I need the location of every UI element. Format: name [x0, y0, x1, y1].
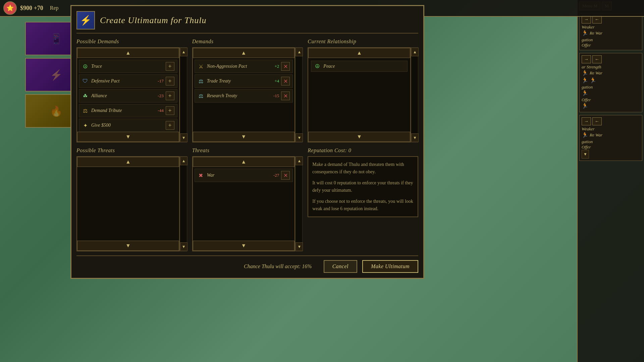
add-demand-btn-4[interactable]: + [166, 121, 174, 130]
ultimatum-dialog: ⚡ Create Ultimatum for Thulu Possible De… [70, 5, 424, 279]
possible-demand-item[interactable]: ☘ Alliance -23 + [79, 89, 177, 103]
demands-track-up[interactable]: ▲ [296, 48, 303, 56]
right-panel: Menu M M → ← Weaker 🏃 Re War gation Offe… [577, 0, 644, 362]
demands-box: ▲ ⚔ Non-Aggression Pact +2 ✕ ⚖ Trade Tre… [192, 47, 296, 142]
arrow-left-btn-ws[interactable]: ← [592, 55, 602, 63]
dialog-footer: Chance Thulu will accept: 16% Cancel Mak… [76, 255, 418, 273]
threat-item[interactable]: ✖ War -27 ✕ [195, 169, 293, 182]
add-demand-btn-1[interactable]: + [166, 77, 174, 85]
arrow-left-btn-2[interactable]: ← [592, 117, 602, 125]
demand-item[interactable]: ⚖ Research Treaty -15 ✕ [195, 89, 293, 103]
current-rel-scroll-up[interactable]: ▲ [308, 48, 410, 58]
remove-demand-btn-0[interactable]: ✕ [281, 62, 290, 71]
re-war-label-1: Re War [590, 31, 602, 36]
weaker-label-2: Weaker [582, 126, 640, 132]
icon-ws3-1: 🏃 [582, 103, 588, 109]
current-rel-item: ☮ Peace [311, 61, 408, 72]
gation-label-2: gation [582, 139, 640, 144]
possible-demands-title: Possible Demands [76, 39, 187, 45]
current-rel-section: Current Relationship ▲ ☮ Peace ▼ ▲ ▼ [308, 39, 418, 142]
remove-threat-btn-0[interactable]: ✕ [281, 171, 290, 180]
possible-demand-item[interactable]: ⚖ Demand Tribute -44 + [79, 104, 177, 117]
rp-section-1: → ← Weaker 🏃 Re War gation Offer [579, 13, 642, 50]
arrow-right-btn-2[interactable]: → [582, 117, 591, 125]
demands-section: Demands ▲ ⚔ Non-Aggression Pact +2 ✕ ⚖ T… [192, 39, 303, 142]
current-rel-box: ▲ ☮ Peace ▼ [308, 47, 411, 142]
threats-scroll-up[interactable]: ▲ [193, 157, 295, 167]
possible-demands-track-down[interactable]: ▼ [180, 133, 187, 142]
add-demand-btn-2[interactable]: + [166, 92, 174, 100]
possible-demands-scroll-down[interactable]: ▼ [77, 132, 179, 142]
money-display: $900 +70 [20, 5, 43, 12]
current-rel-track-up[interactable]: ▲ [411, 48, 419, 56]
demand-item[interactable]: ⚔ Non-Aggression Pact +2 ✕ [195, 60, 293, 73]
current-rel-track-down[interactable]: ▼ [411, 133, 419, 142]
rewar-icon-1: 🏃 [582, 30, 588, 36]
reputation-box: Make a demand of Thulu and threaten them… [308, 156, 418, 217]
demands-scroll-down[interactable]: ▼ [193, 132, 295, 142]
possible-demands-track-up[interactable]: ▲ [180, 48, 187, 56]
remove-demand-btn-2[interactable]: ✕ [281, 92, 290, 100]
current-rel-scroll-track: ▲ ▼ [411, 47, 418, 142]
reputation-title: Reputation Cost: 0 [308, 147, 418, 154]
dialog-header: ⚡ Create Ultimatum for Thulu [76, 11, 418, 34]
rewar-icon-ws: 🏃 [582, 70, 588, 76]
right-panel-scroll-down[interactable]: ▼ [582, 150, 589, 159]
icon-ws-2: 🏃 [590, 77, 596, 83]
possible-threats-scroll-up[interactable]: ▲ [77, 157, 179, 167]
rp-section-2: → ← Weaker 🏃 Re War gation Offer ▼ [579, 115, 642, 161]
re-war-label-ws: Re War [590, 70, 602, 76]
add-demand-btn-0[interactable]: + [166, 62, 174, 71]
rep-desc2: It will cost 0 reputation to enforce you… [312, 179, 414, 194]
rep-display: Rep [50, 5, 59, 11]
weaker-label-1: Weaker [582, 24, 640, 30]
demands-scroll-up[interactable]: ▲ [193, 48, 295, 58]
threats-track-down[interactable]: ▼ [296, 242, 303, 251]
cancel-button[interactable]: Cancel [324, 260, 357, 273]
possible-demand-item[interactable]: ✦ Give $500 + [79, 119, 177, 132]
possible-threats-title: Possible Threats [76, 147, 187, 154]
possible-demands-scroll-up[interactable]: ▲ [77, 48, 179, 58]
possible-threats-panel: ▲ ▼ ▲ ▼ [76, 156, 187, 251]
remove-demand-btn-1[interactable]: ✕ [281, 77, 290, 85]
left-faction-panel: 📱 ⚡ 🔥 [0, 18, 67, 130]
threats-track-up[interactable]: ▲ [296, 157, 303, 165]
threats-scroll-down[interactable]: ▼ [193, 241, 295, 251]
possible-demand-item[interactable]: ☮ Truce + [79, 60, 177, 73]
demands-panel: ▲ ⚔ Non-Aggression Pact +2 ✕ ⚖ Trade Tre… [192, 47, 303, 142]
rp-row-rewar-ws: 🏃 Re War [582, 70, 640, 76]
possible-demands-scroll-track: ▲ ▼ [180, 47, 187, 142]
gation-label-ws: gation [582, 84, 640, 90]
possible-threats-track-up[interactable]: ▲ [180, 157, 187, 165]
demand-item[interactable]: ⚖ Trade Treaty +4 ✕ [195, 74, 293, 88]
gation-label-1: gation [582, 37, 640, 43]
rp-section-war-strength: → ← ar Strength 🏃 Re War 🏃 🏃 gation 🏃 Of… [579, 53, 642, 112]
offer-label-ws: Offer [582, 97, 640, 103]
bottom-sections: Possible Threats ▲ ▼ ▲ ▼ Threats ▲ [76, 147, 418, 251]
icon-ws-1: 🏃 [582, 77, 588, 83]
war-strength-label: ar Strength [582, 64, 640, 70]
offer-label-1: Offer [582, 43, 640, 48]
arrow-right-btn-ws[interactable]: → [582, 55, 591, 63]
make-ultimatum-button[interactable]: Make Ultimatum [362, 260, 418, 273]
top-sections: Possible Demands ▲ ☮ Truce + 🛡 Defensive… [76, 39, 418, 142]
current-rel-scroll-down[interactable]: ▼ [308, 132, 410, 142]
threats-panel: ▲ ✖ War -27 ✕ ▼ ▲ ▼ [192, 156, 303, 251]
current-rel-content: ☮ Peace [308, 58, 410, 132]
possible-threats-scroll-down[interactable]: ▼ [77, 241, 179, 251]
possible-threats-section: Possible Threats ▲ ▼ ▲ ▼ [76, 147, 187, 251]
reputation-section: Reputation Cost: 0 Make a demand of Thul… [308, 147, 418, 251]
demands-track-down[interactable]: ▼ [296, 133, 303, 142]
current-rel-panel: ▲ ☮ Peace ▼ ▲ ▼ [308, 47, 418, 142]
current-rel-title: Current Relationship [308, 39, 418, 45]
possible-threats-track-down[interactable]: ▼ [180, 242, 187, 251]
add-demand-btn-3[interactable]: + [166, 106, 174, 115]
possible-demand-item[interactable]: 🛡 Defensive Pact -17 + [79, 74, 177, 88]
threats-scroll-track: ▲ ▼ [295, 156, 303, 251]
rp-row-icons-ws2: 🏃 [582, 90, 640, 96]
demands-scroll-track: ▲ ▼ [295, 47, 303, 142]
faction-icon-2: ⚡ [50, 69, 62, 81]
threats-content: ✖ War -27 ✕ [193, 167, 295, 241]
rp-row-rewar-2: 🏃 Re War [582, 132, 640, 138]
rp-row-icons-ws3: 🏃 [582, 103, 640, 109]
